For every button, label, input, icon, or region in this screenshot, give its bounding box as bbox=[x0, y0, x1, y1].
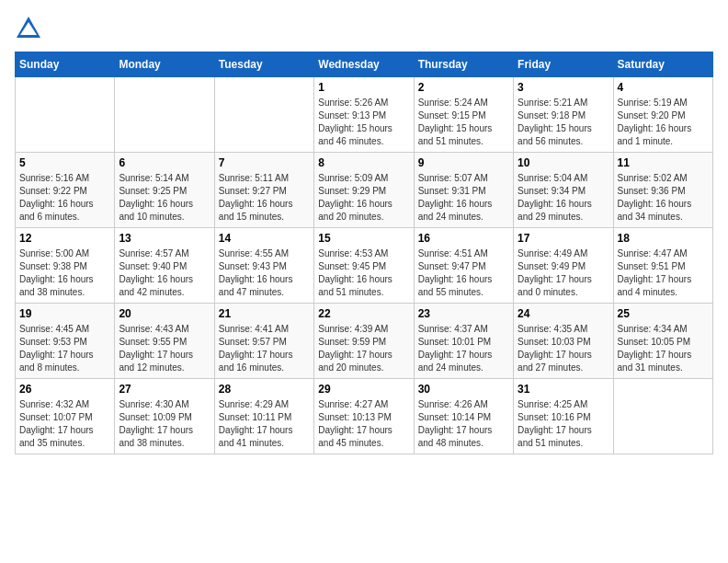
day-number: 2 bbox=[418, 81, 509, 94]
day-number: 21 bbox=[219, 307, 310, 320]
day-number: 27 bbox=[119, 383, 210, 396]
calendar-cell: 26Sunrise: 4:32 AM Sunset: 10:07 PM Dayl… bbox=[16, 379, 115, 454]
calendar-cell bbox=[16, 77, 115, 153]
logo bbox=[15, 15, 46, 42]
day-header-saturday: Saturday bbox=[613, 52, 712, 77]
day-info: Sunrise: 5:09 AM Sunset: 9:29 PM Dayligh… bbox=[318, 172, 409, 224]
day-header-friday: Friday bbox=[514, 52, 613, 77]
calendar-cell: 12Sunrise: 5:00 AM Sunset: 9:38 PM Dayli… bbox=[16, 228, 115, 304]
calendar-cell: 9Sunrise: 5:07 AM Sunset: 9:31 PM Daylig… bbox=[414, 153, 513, 228]
day-number: 9 bbox=[418, 156, 509, 169]
day-header-wednesday: Wednesday bbox=[314, 52, 414, 77]
day-info: Sunrise: 4:30 AM Sunset: 10:09 PM Daylig… bbox=[119, 398, 210, 450]
calendar-cell: 29Sunrise: 4:27 AM Sunset: 10:13 PM Dayl… bbox=[314, 379, 414, 454]
day-number: 26 bbox=[19, 383, 110, 396]
day-number: 8 bbox=[318, 156, 409, 169]
calendar-cell: 3Sunrise: 5:21 AM Sunset: 9:18 PM Daylig… bbox=[514, 77, 613, 153]
day-number: 7 bbox=[219, 156, 310, 169]
calendar-cell: 17Sunrise: 4:49 AM Sunset: 9:49 PM Dayli… bbox=[514, 228, 613, 304]
calendar-cell: 28Sunrise: 4:29 AM Sunset: 10:11 PM Dayl… bbox=[214, 379, 313, 454]
day-info: Sunrise: 4:47 AM Sunset: 9:51 PM Dayligh… bbox=[618, 247, 709, 299]
day-info: Sunrise: 4:45 AM Sunset: 9:53 PM Dayligh… bbox=[19, 323, 110, 374]
day-info: Sunrise: 5:04 AM Sunset: 9:34 PM Dayligh… bbox=[518, 172, 609, 224]
day-number: 5 bbox=[19, 156, 110, 169]
day-number: 4 bbox=[618, 81, 709, 94]
day-header-sunday: Sunday bbox=[16, 52, 115, 77]
calendar-cell: 21Sunrise: 4:41 AM Sunset: 9:57 PM Dayli… bbox=[214, 304, 313, 379]
calendar-cell bbox=[613, 379, 712, 454]
calendar-week-5: 26Sunrise: 4:32 AM Sunset: 10:07 PM Dayl… bbox=[16, 379, 713, 454]
day-number: 25 bbox=[618, 307, 709, 320]
calendar-week-2: 5Sunrise: 5:16 AM Sunset: 9:22 PM Daylig… bbox=[16, 153, 713, 228]
calendar-cell: 13Sunrise: 4:57 AM Sunset: 9:40 PM Dayli… bbox=[115, 228, 214, 304]
day-info: Sunrise: 5:26 AM Sunset: 9:13 PM Dayligh… bbox=[318, 97, 409, 148]
day-number: 6 bbox=[119, 156, 210, 169]
day-info: Sunrise: 4:27 AM Sunset: 10:13 PM Daylig… bbox=[318, 398, 409, 450]
calendar-week-1: 1Sunrise: 5:26 AM Sunset: 9:13 PM Daylig… bbox=[16, 77, 713, 153]
day-info: Sunrise: 4:57 AM Sunset: 9:40 PM Dayligh… bbox=[119, 247, 210, 299]
calendar-cell: 7Sunrise: 5:11 AM Sunset: 9:27 PM Daylig… bbox=[214, 153, 313, 228]
day-number: 3 bbox=[518, 81, 609, 94]
day-number: 20 bbox=[119, 307, 210, 320]
calendar-week-4: 19Sunrise: 4:45 AM Sunset: 9:53 PM Dayli… bbox=[16, 304, 713, 379]
calendar-cell: 11Sunrise: 5:02 AM Sunset: 9:36 PM Dayli… bbox=[613, 153, 712, 228]
day-number: 10 bbox=[518, 156, 609, 169]
day-number: 13 bbox=[119, 232, 210, 245]
day-info: Sunrise: 4:32 AM Sunset: 10:07 PM Daylig… bbox=[19, 398, 110, 450]
day-number: 11 bbox=[618, 156, 709, 169]
header-row: SundayMondayTuesdayWednesdayThursdayFrid… bbox=[16, 52, 713, 77]
calendar-cell: 27Sunrise: 4:30 AM Sunset: 10:09 PM Dayl… bbox=[115, 379, 214, 454]
day-number: 23 bbox=[418, 307, 509, 320]
day-info: Sunrise: 4:34 AM Sunset: 10:05 PM Daylig… bbox=[618, 323, 709, 374]
day-number: 30 bbox=[418, 383, 509, 396]
calendar-cell: 25Sunrise: 4:34 AM Sunset: 10:05 PM Dayl… bbox=[613, 304, 712, 379]
day-header-thursday: Thursday bbox=[414, 52, 513, 77]
day-number: 16 bbox=[418, 232, 509, 245]
day-number: 22 bbox=[318, 307, 409, 320]
calendar-cell: 5Sunrise: 5:16 AM Sunset: 9:22 PM Daylig… bbox=[16, 153, 115, 228]
calendar-week-3: 12Sunrise: 5:00 AM Sunset: 9:38 PM Dayli… bbox=[16, 228, 713, 304]
day-number: 1 bbox=[318, 81, 409, 94]
day-info: Sunrise: 4:51 AM Sunset: 9:47 PM Dayligh… bbox=[418, 247, 509, 299]
day-number: 12 bbox=[19, 232, 110, 245]
day-info: Sunrise: 4:55 AM Sunset: 9:43 PM Dayligh… bbox=[219, 247, 310, 299]
calendar-cell: 4Sunrise: 5:19 AM Sunset: 9:20 PM Daylig… bbox=[613, 77, 712, 153]
calendar-cell: 19Sunrise: 4:45 AM Sunset: 9:53 PM Dayli… bbox=[16, 304, 115, 379]
day-info: Sunrise: 5:07 AM Sunset: 9:31 PM Dayligh… bbox=[418, 172, 509, 224]
calendar-header: SundayMondayTuesdayWednesdayThursdayFrid… bbox=[16, 52, 713, 77]
day-header-monday: Monday bbox=[115, 52, 214, 77]
calendar-cell: 22Sunrise: 4:39 AM Sunset: 9:59 PM Dayli… bbox=[314, 304, 414, 379]
day-number: 14 bbox=[219, 232, 310, 245]
day-number: 28 bbox=[219, 383, 310, 396]
day-info: Sunrise: 5:02 AM Sunset: 9:36 PM Dayligh… bbox=[618, 172, 709, 224]
calendar-cell: 14Sunrise: 4:55 AM Sunset: 9:43 PM Dayli… bbox=[214, 228, 313, 304]
day-number: 29 bbox=[318, 383, 409, 396]
day-info: Sunrise: 4:41 AM Sunset: 9:57 PM Dayligh… bbox=[219, 323, 310, 374]
day-info: Sunrise: 4:35 AM Sunset: 10:03 PM Daylig… bbox=[518, 323, 609, 374]
day-info: Sunrise: 5:21 AM Sunset: 9:18 PM Dayligh… bbox=[518, 97, 609, 148]
day-info: Sunrise: 5:11 AM Sunset: 9:27 PM Dayligh… bbox=[219, 172, 310, 224]
calendar-cell bbox=[115, 77, 214, 153]
day-info: Sunrise: 5:24 AM Sunset: 9:15 PM Dayligh… bbox=[418, 97, 509, 148]
calendar-cell: 6Sunrise: 5:14 AM Sunset: 9:25 PM Daylig… bbox=[115, 153, 214, 228]
day-info: Sunrise: 4:53 AM Sunset: 9:45 PM Dayligh… bbox=[318, 247, 409, 299]
calendar-cell: 18Sunrise: 4:47 AM Sunset: 9:51 PM Dayli… bbox=[613, 228, 712, 304]
calendar-cell: 10Sunrise: 5:04 AM Sunset: 9:34 PM Dayli… bbox=[514, 153, 613, 228]
day-info: Sunrise: 4:39 AM Sunset: 9:59 PM Dayligh… bbox=[318, 323, 409, 374]
calendar-body: 1Sunrise: 5:26 AM Sunset: 9:13 PM Daylig… bbox=[16, 77, 713, 454]
calendar-cell: 1Sunrise: 5:26 AM Sunset: 9:13 PM Daylig… bbox=[314, 77, 414, 153]
calendar-table: SundayMondayTuesdayWednesdayThursdayFrid… bbox=[15, 52, 713, 454]
day-header-tuesday: Tuesday bbox=[214, 52, 313, 77]
calendar-cell: 16Sunrise: 4:51 AM Sunset: 9:47 PM Dayli… bbox=[414, 228, 513, 304]
day-info: Sunrise: 5:16 AM Sunset: 9:22 PM Dayligh… bbox=[19, 172, 110, 224]
calendar-cell: 2Sunrise: 5:24 AM Sunset: 9:15 PM Daylig… bbox=[414, 77, 513, 153]
day-info: Sunrise: 5:14 AM Sunset: 9:25 PM Dayligh… bbox=[119, 172, 210, 224]
day-info: Sunrise: 4:49 AM Sunset: 9:49 PM Dayligh… bbox=[518, 247, 609, 299]
day-info: Sunrise: 5:19 AM Sunset: 9:20 PM Dayligh… bbox=[618, 97, 709, 148]
calendar-cell: 23Sunrise: 4:37 AM Sunset: 10:01 PM Dayl… bbox=[414, 304, 513, 379]
day-info: Sunrise: 4:29 AM Sunset: 10:11 PM Daylig… bbox=[219, 398, 310, 450]
logo-icon bbox=[15, 15, 42, 42]
day-info: Sunrise: 4:43 AM Sunset: 9:55 PM Dayligh… bbox=[119, 323, 210, 374]
calendar-cell: 8Sunrise: 5:09 AM Sunset: 9:29 PM Daylig… bbox=[314, 153, 414, 228]
calendar-cell: 31Sunrise: 4:25 AM Sunset: 10:16 PM Dayl… bbox=[514, 379, 613, 454]
